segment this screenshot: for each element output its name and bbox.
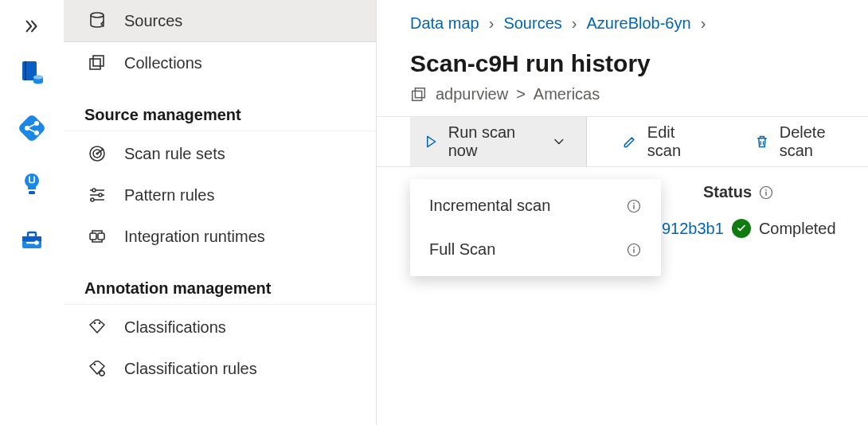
collection-leaf: Americas <box>534 85 600 103</box>
chevron-down-icon <box>551 133 567 150</box>
main-content: Data map › Sources › AzureBlob-6yn › Sca… <box>377 0 868 425</box>
sidebar-item-label: Pattern rules <box>124 186 214 205</box>
icon-rail <box>0 0 64 425</box>
radar-icon <box>88 144 107 163</box>
sidebar-item-label: Classifications <box>124 318 226 337</box>
sidebar-item-label: Sources <box>124 12 182 30</box>
edit-scan-label: Edit scan <box>647 123 706 160</box>
chevron-right-icon: › <box>701 14 706 33</box>
svg-point-28 <box>100 371 104 376</box>
run-id-link[interactable]: 912b3b1 <box>662 220 724 238</box>
title-block: Scan-c9H run history adpurview > America… <box>377 41 868 116</box>
sidebar-item-integration-runtimes[interactable]: Integration runtimes <box>64 216 376 257</box>
info-icon[interactable] <box>626 242 642 258</box>
database-icon <box>88 11 107 30</box>
dropdown-item-label: Incremental scan <box>429 197 550 215</box>
sidebar-item-label: Collections <box>124 54 202 72</box>
pencil-icon <box>622 133 638 150</box>
svg-rect-11 <box>28 232 36 237</box>
svg-rect-16 <box>90 59 100 69</box>
sidebar: Sources Collections Source management Sc… <box>64 0 377 425</box>
svg-rect-39 <box>765 191 766 195</box>
info-icon[interactable] <box>626 198 642 214</box>
sidebar-item-classification-rules[interactable]: Classification rules <box>64 348 376 389</box>
svg-point-21 <box>99 193 102 197</box>
svg-rect-23 <box>90 233 96 240</box>
svg-point-25 <box>94 322 96 325</box>
page-title: Scan-c9H run history <box>410 50 835 77</box>
run-scan-now-button[interactable]: Run scan now <box>410 117 587 166</box>
dropdown-incremental-scan[interactable]: Incremental scan <box>410 184 661 228</box>
sidebar-item-label: Classification rules <box>124 360 257 378</box>
toolbar: Run scan now Edit scan Delete scan <box>377 116 868 167</box>
data-map-icon <box>19 115 45 141</box>
sidebar-item-scan-rule-sets[interactable]: Scan rule sets <box>64 133 376 174</box>
toolbox-icon <box>19 227 45 252</box>
svg-point-14 <box>91 13 104 18</box>
edit-scan-button[interactable]: Edit scan <box>609 117 719 166</box>
svg-rect-36 <box>633 248 634 252</box>
breadcrumb-sources[interactable]: Sources <box>503 14 561 33</box>
dropdown-item-label: Full Scan <box>429 240 495 259</box>
collection-path: adpurview > Americas <box>410 85 835 103</box>
sidebar-item-label: Scan rule sets <box>124 145 225 163</box>
svg-point-5 <box>25 126 29 131</box>
svg-rect-30 <box>412 91 422 100</box>
sidebar-item-collections[interactable]: Collections <box>64 42 376 84</box>
sidebar-section-source-mgmt: Source management <box>64 84 376 131</box>
lightbulb-icon <box>19 171 45 197</box>
column-header-status[interactable]: Status <box>703 183 774 201</box>
run-scan-label: Run scan now <box>448 123 539 160</box>
dropdown-full-scan[interactable]: Full Scan <box>410 228 661 271</box>
sidebar-item-sources[interactable]: Sources <box>64 0 376 42</box>
breadcrumb: Data map › Sources › AzureBlob-6yn › <box>377 0 868 41</box>
svg-rect-8 <box>29 191 35 194</box>
svg-rect-29 <box>415 88 424 97</box>
chevron-double-right-icon <box>23 18 41 35</box>
svg-point-32 <box>633 202 635 204</box>
svg-point-6 <box>34 121 39 126</box>
delete-scan-label: Delete scan <box>780 123 855 160</box>
svg-point-22 <box>91 198 94 201</box>
svg-point-3 <box>33 76 43 80</box>
expand-rail-button[interactable] <box>0 11 63 41</box>
sidebar-section-annotation-mgmt: Annotation management <box>64 257 376 305</box>
rail-data-map-button[interactable] <box>0 100 64 156</box>
path-separator: > <box>516 85 526 103</box>
svg-rect-1 <box>25 61 26 80</box>
collections-icon <box>410 86 428 103</box>
svg-point-26 <box>99 322 101 325</box>
rail-management-button[interactable] <box>0 212 64 267</box>
book-db-icon <box>19 60 45 85</box>
sidebar-item-classifications[interactable]: Classifications <box>64 306 376 348</box>
breadcrumb-data-map[interactable]: Data map <box>410 14 479 33</box>
play-icon <box>423 133 439 150</box>
chevron-right-icon: › <box>572 14 577 33</box>
integration-icon <box>88 227 107 246</box>
svg-point-20 <box>92 189 96 192</box>
delete-scan-button[interactable]: Delete scan <box>741 117 868 166</box>
svg-rect-24 <box>98 233 104 240</box>
chevron-right-icon: › <box>489 14 495 33</box>
status-label: Completed <box>759 220 836 238</box>
svg-rect-33 <box>633 205 634 209</box>
tags-icon <box>88 318 107 337</box>
rail-catalog-button[interactable] <box>0 45 64 100</box>
svg-point-35 <box>633 246 635 248</box>
svg-point-13 <box>34 240 39 245</box>
svg-rect-15 <box>93 56 104 66</box>
sidebar-item-pattern-rules[interactable]: Pattern rules <box>64 174 376 216</box>
breadcrumb-source-name[interactable]: AzureBlob-6yn <box>586 14 690 33</box>
tag-gear-icon <box>88 359 107 378</box>
collections-icon <box>88 53 107 72</box>
sidebar-item-label: Integration runtimes <box>124 228 265 246</box>
run-scan-dropdown: Incremental scan Full Scan <box>410 179 661 276</box>
sliders-icon <box>88 185 107 205</box>
trash-icon <box>754 133 770 150</box>
rail-insights-button[interactable] <box>0 156 64 212</box>
status-cell: Completed <box>732 219 836 238</box>
info-icon[interactable] <box>758 185 774 201</box>
svg-point-27 <box>94 364 96 366</box>
svg-point-7 <box>34 131 39 135</box>
svg-point-38 <box>765 189 767 190</box>
